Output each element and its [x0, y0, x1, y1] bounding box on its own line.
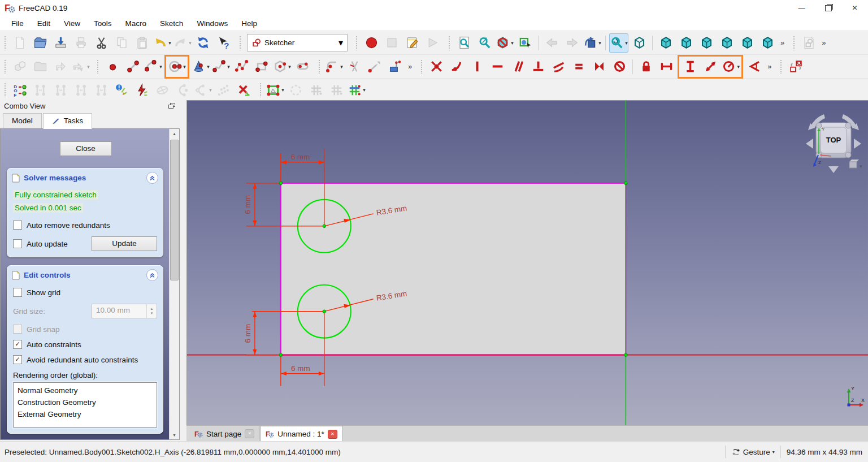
select-associated-constraints-button[interactable] — [31, 80, 50, 100]
toolbar-overflow-button[interactable]: » — [765, 62, 774, 71]
undo-button[interactable]: ▾ — [153, 33, 172, 53]
nav-cube-face-label[interactable]: TOP — [826, 136, 841, 144]
close-icon[interactable]: ✕ — [328, 430, 337, 439]
macro-edit-button[interactable] — [402, 33, 422, 53]
create-arc-button[interactable]: ▾ — [144, 57, 163, 76]
auto-constraints-checkbox[interactable]: ✓ Auto constraints — [13, 340, 157, 349]
avoid-redundant-checkbox[interactable]: ✓ Avoid redundant auto constraints — [13, 355, 157, 364]
dropdown-arrow-icon[interactable]: ▾ — [168, 40, 171, 46]
spin-down-icon[interactable]: ▾ — [151, 311, 153, 316]
view-home-button[interactable]: ▾ — [583, 33, 602, 53]
select-partially-redundant-button[interactable] — [132, 80, 151, 100]
dropdown-arrow-icon[interactable]: ▾ — [625, 40, 628, 46]
constrain-distance-button[interactable] — [701, 57, 720, 76]
constrain-perpendicular-button[interactable] — [528, 57, 548, 76]
select-unconstrained-dof-button[interactable]: DOF — [10, 80, 29, 100]
dropdown-arrow-icon[interactable]: ▾ — [511, 40, 514, 46]
new-file-button[interactable] — [10, 33, 29, 53]
copy-button[interactable]: ▾ — [193, 80, 212, 100]
dropdown-arrow-icon[interactable]: ▾ — [288, 64, 291, 70]
tasks-scrollbar[interactable]: ▴ ▾ — [169, 129, 179, 439]
constrain-auto-recompute-button[interactable] — [327, 80, 346, 100]
select-redundant-constraints-button[interactable] — [92, 80, 111, 100]
navigation-cube[interactable]: TOP Y Z ▾ — [801, 107, 866, 175]
list-item-external-geometry[interactable]: External Geometry — [18, 408, 157, 420]
create-part-button[interactable] — [10, 57, 29, 76]
update-button[interactable]: Update — [92, 236, 157, 251]
switch-virtual-space-button[interactable] — [786, 57, 805, 76]
create-slot-button[interactable] — [293, 57, 312, 76]
collapse-button[interactable] — [146, 269, 158, 281]
constrain-equal-button[interactable] — [569, 57, 588, 76]
make-sub-link-button[interactable]: ▾ — [71, 57, 90, 76]
checkbox-box[interactable] — [13, 221, 22, 230]
fit-selection-button[interactable] — [475, 33, 494, 53]
dropdown-arrow-icon[interactable]: ▾ — [227, 64, 230, 70]
scrollbar-thumb[interactable] — [170, 140, 179, 280]
dropdown-arrow-icon[interactable]: ▾ — [340, 64, 343, 70]
view-bottom-button[interactable] — [737, 33, 757, 53]
create-bspline-button[interactable]: ▾ — [211, 57, 231, 76]
scroll-up-icon[interactable]: ▴ — [173, 129, 175, 138]
close-button[interactable]: ✕ — [841, 0, 868, 16]
constrain-auto-button[interactable] — [306, 80, 326, 100]
dim-v-top[interactable]: 6 mm — [244, 195, 252, 214]
toggle-construction-button[interactable] — [286, 80, 305, 100]
macro-record-button[interactable] — [362, 33, 381, 53]
create-point-button[interactable] — [103, 57, 122, 76]
nav-back-button[interactable] — [542, 33, 561, 53]
constrain-coincident-button[interactable] — [427, 57, 446, 76]
clone-button[interactable] — [173, 80, 192, 100]
macro-stop-button[interactable] — [382, 33, 401, 53]
menu-item-windows[interactable]: Windows — [190, 18, 235, 29]
scroll-down-icon[interactable]: ▾ — [173, 430, 175, 439]
save-file-button[interactable] — [51, 33, 70, 53]
auto-remove-redundants-checkbox[interactable]: Auto remove redundants — [13, 221, 157, 230]
tab-tasks[interactable]: Tasks — [43, 113, 93, 129]
view-front-button[interactable] — [656, 33, 675, 53]
tab-unnamed-1[interactable]: FUnnamed : 1*✕ — [260, 426, 343, 442]
select-conflicting-constraints-button[interactable] — [71, 80, 90, 100]
create-polygon-button[interactable]: ▾ — [272, 57, 292, 76]
menu-item-help[interactable]: Help — [235, 18, 264, 29]
constrain-block-button[interactable] — [610, 57, 629, 76]
create-polyline-button[interactable] — [232, 57, 251, 76]
dim-h-bottom[interactable]: 6 mm — [291, 364, 310, 373]
minimize-button[interactable]: — — [788, 0, 815, 16]
dropdown-arrow-icon[interactable]: ▾ — [737, 64, 740, 70]
list-item-normal-geometry[interactable]: Normal Geometry — [18, 385, 157, 396]
sketch-rectangle[interactable] — [281, 183, 626, 355]
collapse-button[interactable] — [146, 172, 158, 184]
tab-start-page[interactable]: FStart page✕ — [189, 426, 260, 442]
float-panel-icon[interactable] — [168, 103, 176, 109]
constrain-radius-button[interactable]: ▾ — [721, 57, 740, 76]
view-top-button[interactable] — [676, 33, 696, 53]
print-button[interactable] — [71, 33, 90, 53]
tab-model[interactable]: Model — [3, 113, 42, 128]
3d-viewport[interactable]: 6 mm 6 mm R3.6 mm 6 mm R3.6 mm 6 mm — [186, 100, 868, 425]
rectangular-array-button[interactable] — [214, 80, 233, 100]
sketch-view-button[interactable] — [799, 33, 818, 53]
sketch-canvas[interactable]: 6 mm 6 mm R3.6 mm 6 mm R3.6 mm 6 mm — [187, 101, 868, 425]
spin-up-icon[interactable]: ▴ — [151, 306, 153, 311]
menu-item-file[interactable]: File — [5, 18, 31, 29]
cut-button[interactable] — [92, 33, 111, 53]
checkbox-box[interactable] — [13, 288, 22, 297]
dropdown-arrow-icon[interactable]: ▾ — [87, 64, 90, 70]
dim-h-top[interactable]: 6 mm — [291, 153, 310, 161]
grid-snap-checkbox[interactable]: Grid snap — [13, 325, 157, 334]
show-grid-checkbox[interactable]: Show grid — [13, 288, 157, 297]
view-right-button[interactable] — [697, 33, 716, 53]
dropdown-arrow-icon[interactable]: ▾ — [183, 64, 186, 70]
grid-size-spinner[interactable]: 10.00 mm ▴▾ — [92, 304, 157, 318]
create-circle-button[interactable]: ▾ — [167, 57, 186, 76]
constrain-vertical-button[interactable] — [467, 57, 487, 76]
constrain-lock-button[interactable] — [636, 57, 656, 76]
edit-sketch-button[interactable]: ▾ — [266, 80, 285, 100]
create-conic-button[interactable]: ▾ — [191, 57, 210, 76]
combo-arrow-icon[interactable]: ▾ — [338, 37, 343, 48]
constrain-angle-button[interactable] — [745, 57, 764, 76]
external-geometry-button[interactable] — [385, 57, 405, 76]
list-item-construction-geometry[interactable]: Construction Geometry — [18, 396, 157, 408]
nav-cube-menu[interactable]: ▾ — [849, 159, 862, 169]
